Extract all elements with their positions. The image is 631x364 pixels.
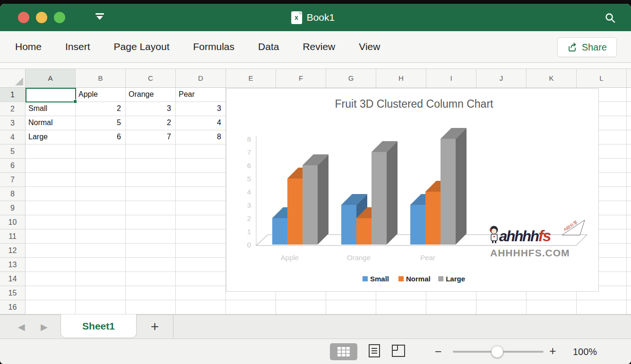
row-header-5[interactable]: 5 — [0, 144, 26, 159]
cell-D9[interactable] — [176, 201, 226, 215]
cell-D15[interactable] — [176, 286, 226, 300]
cell-B4[interactable]: 6 — [76, 130, 126, 144]
cell-A13[interactable] — [26, 258, 76, 272]
column-header-B[interactable]: B — [76, 69, 126, 87]
search-icon[interactable] — [605, 12, 616, 25]
ribbon-tab-page-layout[interactable]: Page Layout — [114, 41, 170, 52]
cell-K16[interactable] — [527, 300, 577, 314]
ribbon-tab-formulas[interactable]: Formulas — [193, 41, 235, 52]
cell-C4[interactable]: 7 — [126, 130, 176, 144]
cell-A1[interactable] — [26, 88, 76, 102]
cell-D4[interactable]: 8 — [176, 130, 226, 144]
row-header-11[interactable]: 11 — [0, 229, 26, 244]
column-header-H[interactable]: H — [376, 69, 426, 87]
cell-B12[interactable] — [76, 244, 126, 258]
cell-B8[interactable] — [76, 187, 126, 201]
cell-C14[interactable] — [126, 272, 176, 286]
column-header-D[interactable]: D — [176, 69, 226, 87]
zoom-slider-thumb[interactable] — [491, 346, 503, 358]
cell-C12[interactable] — [126, 244, 176, 258]
cell-A7[interactable] — [26, 173, 76, 187]
row-header-1[interactable]: 1 — [0, 88, 26, 102]
cell-D6[interactable] — [176, 159, 226, 173]
close-button[interactable] — [18, 12, 29, 23]
cell-I16[interactable] — [426, 300, 476, 314]
row-header-13[interactable]: 13 — [0, 258, 26, 272]
fullscreen-button[interactable] — [54, 12, 65, 23]
next-sheet-arrow[interactable]: ▶ — [41, 322, 48, 332]
cell-C15[interactable] — [126, 286, 176, 300]
cell-B3[interactable]: 5 — [76, 116, 126, 130]
cell-C7[interactable] — [126, 173, 176, 187]
row-header-15[interactable]: 15 — [0, 286, 26, 300]
page-layout-view-button[interactable] — [368, 344, 381, 360]
cell-C8[interactable] — [126, 187, 176, 201]
cell-D16[interactable] — [176, 300, 226, 314]
row-header-10[interactable]: 10 — [0, 215, 26, 229]
cell-B7[interactable] — [76, 173, 126, 187]
add-sheet-button[interactable]: + — [137, 315, 173, 339]
cell-B11[interactable] — [76, 229, 126, 244]
chart-object[interactable]: Fruit 3D Clustered Column Chart012345678… — [226, 88, 599, 292]
cell-D1[interactable]: Pear — [176, 88, 226, 102]
share-button[interactable]: Share — [557, 37, 617, 57]
cell-B14[interactable] — [76, 272, 126, 286]
cell-A15[interactable] — [26, 286, 76, 300]
cell-L16[interactable] — [577, 300, 627, 314]
cell-C10[interactable] — [126, 215, 176, 229]
cell-B10[interactable] — [76, 215, 126, 229]
cell-C6[interactable] — [126, 159, 176, 173]
column-header-E[interactable]: E — [226, 69, 276, 87]
ribbon-tab-view[interactable]: View — [359, 41, 380, 52]
normal-view-button[interactable] — [330, 343, 357, 360]
column-header-K[interactable]: K — [527, 69, 577, 87]
cell-B1[interactable]: Apple — [76, 88, 126, 102]
toolbar-toggle-icon[interactable] — [95, 13, 105, 22]
cell-A5[interactable] — [26, 144, 76, 159]
cell-C1[interactable]: Orange — [126, 88, 176, 102]
cell-J16[interactable] — [476, 300, 527, 314]
zoom-out-button[interactable]: − — [435, 345, 442, 358]
cell-D12[interactable] — [176, 244, 226, 258]
cell-A9[interactable] — [26, 201, 76, 215]
cell-A4[interactable]: Large — [26, 130, 76, 144]
cell-C16[interactable] — [126, 300, 176, 314]
row-header-4[interactable]: 4 — [0, 130, 26, 144]
cell-A6[interactable] — [26, 159, 76, 173]
cell-B15[interactable] — [76, 286, 126, 300]
row-header-9[interactable]: 9 — [0, 201, 26, 215]
column-header-C[interactable]: C — [126, 69, 176, 87]
cell-A14[interactable] — [26, 272, 76, 286]
cell-D5[interactable] — [176, 144, 226, 159]
cell-D11[interactable] — [176, 229, 226, 244]
cell-C11[interactable] — [126, 229, 176, 244]
ribbon-tab-data[interactable]: Data — [258, 41, 279, 52]
minimize-button[interactable] — [36, 12, 47, 23]
row-header-14[interactable]: 14 — [0, 272, 26, 286]
cell-B9[interactable] — [76, 201, 126, 215]
cell-D8[interactable] — [176, 187, 226, 201]
row-header-16[interactable]: 16 — [0, 300, 26, 314]
cell-D2[interactable]: 3 — [176, 102, 226, 116]
cell-C2[interactable]: 3 — [126, 102, 176, 116]
column-header-A[interactable]: A — [26, 69, 76, 87]
cell-E16[interactable] — [226, 300, 276, 314]
zoom-in-button[interactable]: + — [549, 344, 556, 358]
row-header-6[interactable]: 6 — [0, 159, 26, 173]
row-header-3[interactable]: 3 — [0, 116, 26, 130]
cell-C13[interactable] — [126, 258, 176, 272]
ribbon-tab-insert[interactable]: Insert — [65, 41, 90, 52]
cell-A10[interactable] — [26, 215, 76, 229]
row-header-7[interactable]: 7 — [0, 173, 26, 187]
page-break-view-button[interactable] — [391, 344, 406, 359]
cell-B5[interactable] — [76, 144, 126, 159]
cell-B13[interactable] — [76, 258, 126, 272]
cell-C5[interactable] — [126, 144, 176, 159]
cell-B16[interactable] — [76, 300, 126, 314]
cell-C9[interactable] — [126, 201, 176, 215]
sheet-tab-sheet1[interactable]: Sheet1 — [61, 314, 137, 338]
cell-A16[interactable] — [26, 300, 76, 314]
row-header-2[interactable]: 2 — [0, 102, 26, 116]
column-header-J[interactable]: J — [476, 69, 527, 87]
cell-H16[interactable] — [376, 300, 426, 314]
